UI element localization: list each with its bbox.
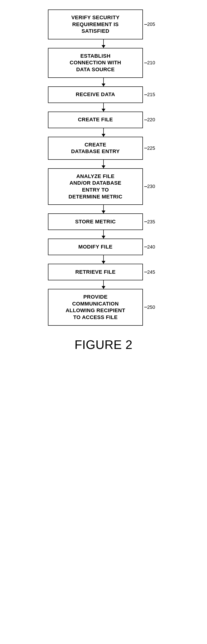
step-label-240: 240: [147, 244, 159, 250]
arrow-205-210: [103, 40, 104, 48]
flow-row-245: RETRIEVE FILE 245: [20, 264, 186, 280]
arrow-225-230: [103, 160, 104, 168]
flow-row-210: ESTABLISHCONNECTION WITHDATA SOURCE 210: [20, 48, 186, 78]
step-box-250: PROVIDECOMMUNICATIONALLOWING RECIPIENTTO…: [48, 289, 143, 326]
arrow-230-235: [103, 205, 104, 214]
arrow-245-250: [103, 280, 104, 289]
step-label-235: 235: [147, 219, 159, 224]
step-box-220: CREATE FILE: [48, 112, 143, 128]
figure-label: FIGURE 2: [74, 338, 132, 352]
flow-row-230: ANALYZE FILEAND/OR DATABASEENTRY TODETER…: [20, 168, 186, 205]
step-label-220: 220: [147, 117, 159, 122]
step-box-245: RETRIEVE FILE: [48, 264, 143, 280]
arrow-220-225: [103, 128, 104, 137]
arrow-240-245: [103, 255, 104, 264]
step-box-235: STORE METRIC: [48, 214, 143, 230]
arrow-235-240: [103, 230, 104, 238]
flowchart: VERIFY SECURITYREQUIREMENT ISSATISFIED 2…: [20, 10, 186, 352]
step-label-250: 250: [147, 304, 159, 310]
flow-row-215: RECEIVE DATA 215: [20, 86, 186, 103]
arrow-210-215: [103, 78, 104, 86]
step-label-230: 230: [147, 184, 159, 189]
step-label-205: 205: [147, 22, 159, 27]
step-label-210: 210: [147, 60, 159, 66]
flow-row-225: CREATEDATABASE ENTRY 225: [20, 137, 186, 160]
step-box-240: MODIFY FILE: [48, 238, 143, 255]
step-box-225: CREATEDATABASE ENTRY: [48, 137, 143, 160]
step-label-225: 225: [147, 146, 159, 151]
flow-row-205: VERIFY SECURITYREQUIREMENT ISSATISFIED 2…: [20, 10, 186, 40]
step-label-245: 245: [147, 270, 159, 275]
arrow-215-220: [103, 103, 104, 112]
step-box-210: ESTABLISHCONNECTION WITHDATA SOURCE: [48, 48, 143, 78]
step-box-205: VERIFY SECURITYREQUIREMENT ISSATISFIED: [48, 10, 143, 40]
flow-row-220: CREATE FILE 220: [20, 112, 186, 128]
step-box-230: ANALYZE FILEAND/OR DATABASEENTRY TODETER…: [48, 168, 143, 205]
step-label-215: 215: [147, 92, 159, 97]
flow-row-235: STORE METRIC 235: [20, 214, 186, 230]
step-box-215: RECEIVE DATA: [48, 86, 143, 103]
flow-row-250: PROVIDECOMMUNICATIONALLOWING RECIPIENTTO…: [20, 289, 186, 326]
flow-row-240: MODIFY FILE 240: [20, 238, 186, 255]
